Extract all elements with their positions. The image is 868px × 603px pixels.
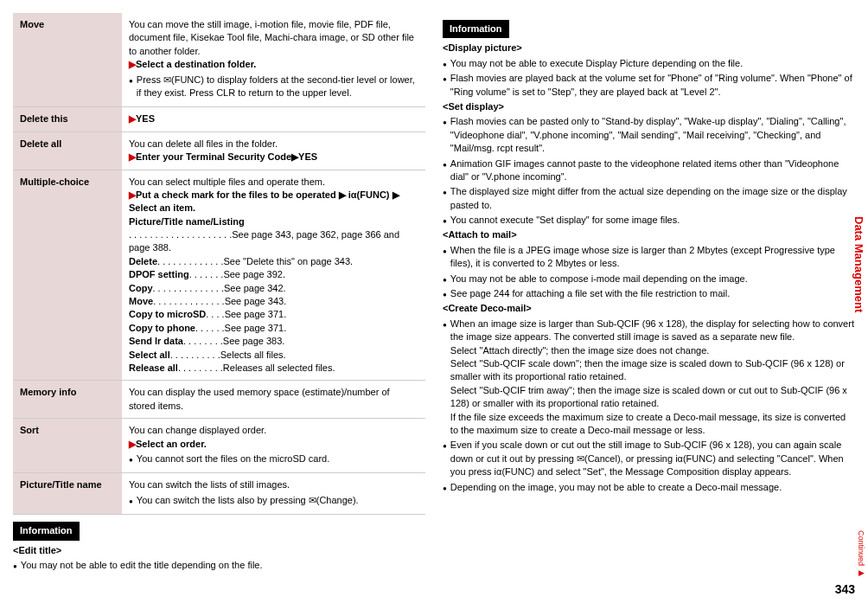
info-bullet: Flash movies are played back at the volu… bbox=[443, 72, 855, 99]
info-bullet: Even if you scale down or cut out the st… bbox=[443, 439, 855, 478]
list-item: Delete. . . . . . . . . . . . .See "Dele… bbox=[129, 255, 418, 268]
row-label: Multiple-choice bbox=[13, 170, 122, 381]
row-content: You can display the used memory space (e… bbox=[122, 381, 425, 419]
list-item: Copy to phone. . . . . .See page 371. bbox=[129, 322, 418, 335]
triangle-icon: ▶ bbox=[129, 189, 136, 200]
list-items: . . . . . . . . . . . . . . . . . . . .S… bbox=[129, 228, 418, 375]
list-item: Copy. . . . . . . . . . . . . .See page … bbox=[129, 282, 418, 295]
list-item: Move. . . . . . . . . . . . . .See page … bbox=[129, 295, 418, 308]
row-label: Picture/Title name bbox=[13, 473, 122, 515]
info-header: <Set display> bbox=[443, 101, 504, 112]
triangle-icon: ▶ bbox=[129, 151, 136, 162]
row-content: You can select multiple files and operat… bbox=[122, 170, 425, 381]
info-bullet: When the file is a JPEG image whose size… bbox=[443, 244, 855, 271]
row-label: Delete this bbox=[13, 107, 122, 132]
triangle-icon: ▶ bbox=[129, 113, 136, 124]
row-label: Move bbox=[13, 13, 122, 107]
info-bullet: Flash movies can be pasted only to "Stan… bbox=[443, 115, 855, 155]
row-content: You can change displayed order. ▶Select … bbox=[122, 419, 425, 473]
info-header: <Attach to mail> bbox=[443, 229, 517, 240]
note-bullet: You cannot sort the files on the microSD… bbox=[129, 452, 418, 465]
row-content: You can move the still image, i-motion f… bbox=[122, 13, 425, 107]
row-label: Delete all bbox=[13, 132, 122, 170]
info-bullet: You may not be able to edit the title de… bbox=[13, 559, 425, 572]
row-content: ▶YES bbox=[122, 107, 425, 132]
triangle-icon: ▶ bbox=[129, 59, 136, 69]
info-bullet: Depending on the image, you may not be a… bbox=[443, 481, 855, 494]
info-bullet: The displayed size might differ from the… bbox=[443, 185, 855, 212]
information-tag: Information bbox=[443, 20, 509, 38]
note-bullet: You can switch the lists also by pressin… bbox=[129, 494, 418, 507]
list-item: Release all. . . . . . . . .Releases all… bbox=[129, 362, 418, 375]
function-table: Move You can move the still image, i-mot… bbox=[13, 13, 425, 515]
list-item: Select all. . . . . . . . . .Selects all… bbox=[129, 349, 418, 362]
list-item: Copy to microSD. . . .See page 371. bbox=[129, 308, 418, 321]
info-header: <Create Deco-mail> bbox=[443, 303, 532, 313]
note-bullet: Press ✉(FUNC) to display folders at the … bbox=[129, 74, 418, 100]
info-bullet: You may not be able to execute Display P… bbox=[443, 57, 855, 70]
row-label: Memory info bbox=[13, 381, 122, 419]
list-item: Send lr data. . . . . . . .See page 383. bbox=[129, 335, 418, 348]
page-number: 343 bbox=[835, 581, 855, 587]
list-item: . . . . . . . . . . . . . . . . . . . .S… bbox=[129, 228, 418, 255]
left-column: Move You can move the still image, i-mot… bbox=[13, 13, 425, 574]
side-tab-label: Data Management bbox=[851, 216, 866, 312]
info-bullet: You may not be able to compose i-mode ma… bbox=[443, 273, 855, 285]
row-label: Sort bbox=[13, 419, 122, 473]
triangle-icon: ▶ bbox=[129, 439, 136, 449]
info-bullet: See page 244 for attaching a file set wi… bbox=[443, 287, 855, 300]
info-bullet: Animation GIF images cannot paste to the… bbox=[443, 157, 855, 184]
info-header: <Display picture> bbox=[443, 42, 522, 53]
row-content: You can switch the lists of still images… bbox=[122, 473, 425, 515]
row-content: You can delete all files in the folder. … bbox=[122, 132, 425, 170]
info-bullet: You cannot execute "Set display" for som… bbox=[443, 214, 855, 227]
continued-label: Continued ▶ bbox=[855, 530, 866, 577]
information-tag: Information bbox=[13, 522, 80, 540]
info-header: <Edit title> bbox=[13, 545, 61, 555]
right-column: Information <Display picture>You may not… bbox=[443, 13, 855, 574]
info-bullet: When an image size is larger than Sub-QC… bbox=[443, 318, 855, 438]
info-sections: <Display picture>You may not be able to … bbox=[443, 42, 855, 494]
list-item: DPOF setting. . . . . . .See page 392. bbox=[129, 268, 418, 281]
